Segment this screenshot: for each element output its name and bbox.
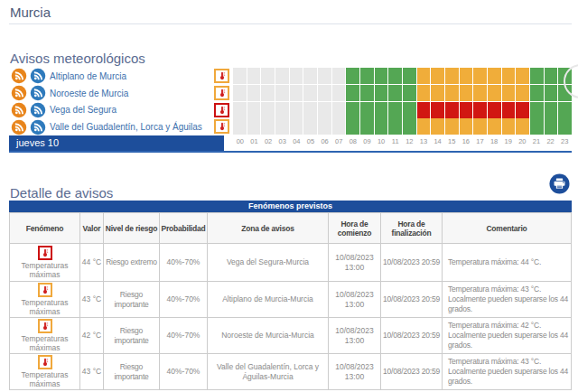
timeline-cell-green: [346, 85, 359, 101]
weather-warnings-page: Murcia Avisos meteorológicos Altiplano d…: [0, 0, 578, 392]
timeline-cell-red: [460, 102, 473, 118]
zone-row-header: Valle del Guadalentín, Lorca y Águilas: [9, 118, 233, 135]
warnings-timeline: Altiplano de MurciaNoroeste de MurciaVeg…: [9, 68, 572, 153]
timeline-cell-none: [261, 85, 275, 101]
cell-valor: 44 °C: [80, 244, 104, 282]
hour-label: 03: [275, 135, 290, 151]
cell-nivel: Riesgo importante: [104, 282, 160, 318]
column-header: Probabilidad: [160, 213, 208, 244]
zone-link[interactable]: Noroeste de Murcia: [50, 89, 128, 98]
timeline-cell-orange: [460, 85, 473, 101]
timeline-cell-orange: [488, 68, 501, 84]
zone-link[interactable]: Altiplano de Murcia: [50, 71, 126, 81]
timeline-cell-orange: [417, 118, 431, 135]
details-table-caption: Fenómenos previstos: [9, 201, 572, 212]
timeline-cell-none: [332, 85, 346, 101]
cell-finalizacion: 10/08/2023 20:59: [381, 354, 443, 390]
rss-blue-icon[interactable]: [30, 68, 46, 84]
hour-label: 06: [318, 135, 332, 151]
cell-zona: Vega del Segura-Murcia: [208, 244, 329, 282]
column-header: Zona de avisos: [208, 213, 329, 244]
max-temperature-warning-icon: [38, 355, 52, 369]
timeline-cell-none: [275, 118, 289, 135]
timeline-cell-red: [417, 102, 431, 118]
cell-probabilidad: 40%-70%: [160, 354, 208, 390]
cell-comentario: Temperatura máxima: 43 °C. Localmente pu…: [443, 354, 572, 390]
details-row: Temperaturas máximas44 °CRiesgo extremo4…: [10, 244, 572, 282]
hour-label: 13: [416, 135, 431, 151]
column-header: Comentario: [443, 213, 572, 244]
timeline-cell-none: [332, 118, 346, 135]
column-header: Valor: [80, 213, 104, 244]
timeline-cell-orange: [502, 85, 516, 101]
hour-label: 08: [346, 135, 360, 151]
details-header-row: FenómenoValorNivel de riesgoProbabilidad…: [10, 213, 572, 244]
timeline-cell-none: [247, 68, 261, 84]
rss-orange-icon[interactable]: [11, 85, 27, 101]
column-header: Hora de comienzo: [329, 213, 381, 244]
rss-blue-icon[interactable]: [30, 102, 46, 118]
timeline-cell-green: [545, 68, 558, 84]
hour-label: 22: [544, 135, 558, 151]
timeline-cell-none: [290, 68, 303, 84]
max-temperature-warning-icon[interactable]: [214, 86, 229, 100]
rss-orange-icon[interactable]: [11, 68, 27, 84]
cell-valor: 42 °C: [80, 318, 104, 354]
zone-link[interactable]: Vega del Segura: [50, 105, 117, 115]
timeline-cell-orange: [473, 118, 487, 135]
timeline-cell-orange: [431, 85, 444, 101]
timeline-cell-green: [388, 68, 402, 84]
details-row: Temperaturas máximas43 °CRiesgo importan…: [10, 354, 572, 390]
timeline-cell-none: [233, 85, 247, 101]
rss-blue-icon[interactable]: [30, 85, 46, 101]
timeline-cell-none: [318, 68, 331, 84]
timeline-zone-row: Noroeste de Murcia: [9, 85, 572, 102]
timeline-cell-none: [247, 85, 261, 101]
timeline-cell-green: [403, 102, 416, 118]
timeline-cell-orange: [473, 85, 487, 101]
cell-nivel: Riesgo extremo: [104, 244, 160, 282]
timeline-cell-none: [233, 68, 247, 84]
cell-comienzo: 10/08/2023 13:00: [329, 354, 381, 390]
timeline-cell-green: [375, 102, 388, 118]
timeline-cell-green: [530, 102, 544, 118]
hour-label: 05: [303, 135, 318, 151]
max-temperature-warning-icon[interactable]: [214, 69, 229, 83]
hour-label: 02: [261, 135, 275, 151]
max-temperature-warning-icon: [38, 319, 52, 333]
timeline-cell-orange: [417, 85, 431, 101]
zone-link[interactable]: Valle del Guadalentín, Lorca y Águilas: [50, 122, 202, 132]
timeline-cell-orange: [502, 68, 516, 84]
max-temperature-warning-icon[interactable]: [214, 119, 229, 134]
timeline-cell-green: [375, 85, 388, 101]
timeline-cell-green: [360, 85, 374, 101]
timeline-cell-red: [488, 102, 501, 118]
zone-hour-cells: [233, 68, 572, 85]
timeline-cell-green: [403, 85, 416, 101]
timeline-cell-none: [332, 102, 346, 118]
hour-label: 21: [529, 135, 544, 151]
hour-label: 23: [557, 135, 572, 151]
timeline-cell-orange: [488, 118, 501, 135]
print-button[interactable]: [549, 173, 570, 194]
timeline-cell-none: [303, 118, 317, 135]
timeline-cell-green: [360, 118, 374, 135]
timeline-cell-none: [318, 118, 331, 135]
max-temperature-warning-icon: [38, 246, 52, 260]
timeline-cell-green: [530, 85, 544, 101]
timeline-cell-green: [346, 118, 359, 135]
timeline-cell-none: [303, 85, 317, 101]
cell-nivel: Riesgo importante: [104, 318, 160, 354]
timeline-cell-red: [473, 102, 487, 118]
timeline-cell-none: [261, 118, 275, 135]
rss-blue-icon[interactable]: [30, 119, 46, 135]
rss-orange-icon[interactable]: [11, 119, 27, 135]
cell-comentario: Temperatura máxima: 44 °C.: [443, 244, 572, 282]
timeline-cell-none: [261, 102, 275, 118]
avisos-heading: Avisos meteorológicos: [10, 51, 572, 66]
timeline-cell-none: [233, 102, 247, 118]
rss-orange-icon[interactable]: [11, 102, 27, 118]
max-temperature-warning-icon[interactable]: [214, 103, 229, 117]
max-temperature-warning-icon: [38, 283, 52, 297]
hour-label: 11: [388, 135, 403, 151]
